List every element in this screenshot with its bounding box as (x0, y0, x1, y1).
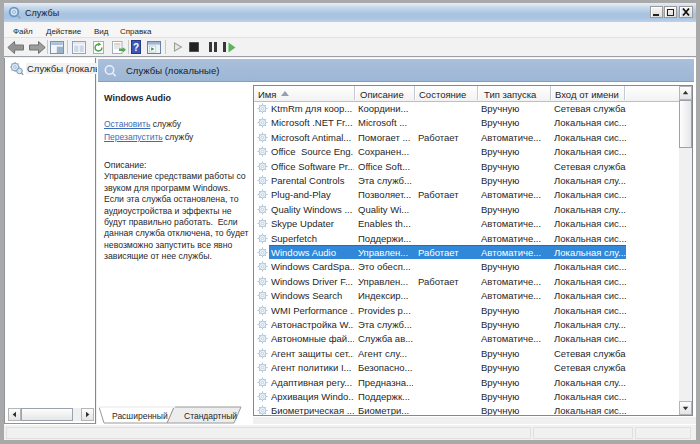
svg-text:Стандартный: Стандартный (184, 411, 237, 421)
svg-text:Расширенный: Расширенный (112, 411, 168, 421)
svg-text:?: ? (133, 42, 139, 53)
